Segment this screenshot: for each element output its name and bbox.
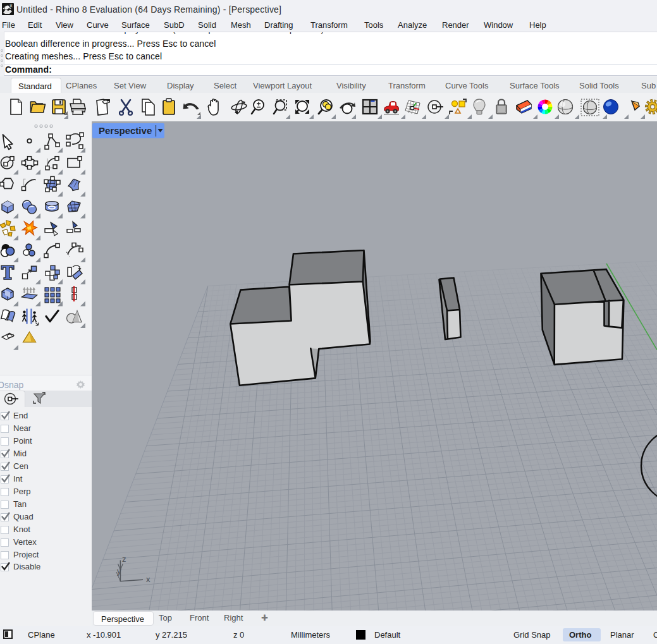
svg-text:Perspective: Perspective	[99, 125, 152, 136]
svg-text:x: x	[146, 574, 150, 584]
svg-text:y: y	[117, 566, 121, 576]
svg-text:z: z	[122, 554, 126, 564]
